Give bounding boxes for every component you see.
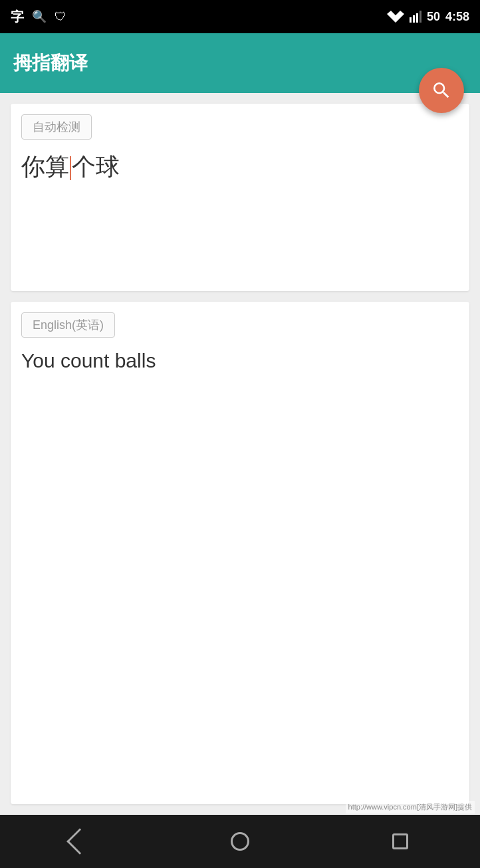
main-content: 自动检测 你算个球 English(英语) You count balls (0, 93, 480, 815)
char-icon: 字 (11, 8, 24, 26)
source-text-part1: 你算 (21, 153, 69, 180)
source-translation-card: 自动检测 你算个球 (11, 104, 469, 291)
nav-home-button[interactable] (220, 821, 260, 861)
svg-rect-3 (416, 13, 418, 23)
app-title: 拇指翻译 (13, 51, 88, 76)
search-fab-button[interactable] (419, 68, 464, 113)
back-icon (67, 828, 94, 855)
watermark: http://www.vipcn.com[清风手游网]提供 (346, 801, 475, 814)
source-text-area[interactable]: 你算个球 (21, 148, 459, 280)
home-icon (231, 832, 249, 851)
search-fab-icon (431, 80, 452, 101)
time-display: 4:58 (445, 10, 469, 24)
svg-rect-1 (410, 17, 412, 23)
result-lang-tag[interactable]: English(英语) (21, 312, 115, 338)
nav-back-button[interactable] (60, 821, 100, 861)
svg-rect-2 (413, 15, 415, 23)
source-text-part2: 个球 (72, 153, 120, 180)
wifi-icon (387, 11, 404, 23)
app-bar: 拇指翻译 (0, 33, 480, 93)
text-cursor (70, 156, 71, 180)
status-bar: 字 🔍 🛡 50 4:58 (0, 0, 480, 33)
result-translation-card: English(英语) You count balls (11, 302, 469, 804)
recents-icon (392, 833, 408, 849)
source-lang-tag[interactable]: 自动检测 (21, 114, 92, 140)
svg-marker-0 (387, 11, 404, 23)
search-status-icon: 🔍 (32, 9, 47, 24)
result-text-area: You count balls (21, 346, 459, 479)
status-bar-right: 50 4:58 (387, 10, 469, 24)
svg-rect-4 (420, 11, 421, 23)
battery-icon: 50 (427, 10, 440, 24)
signal-icon (410, 11, 421, 23)
bottom-nav (0, 815, 480, 868)
shield-status-icon: 🛡 (55, 10, 66, 24)
nav-recents-button[interactable] (380, 821, 420, 861)
status-bar-left: 字 🔍 🛡 (11, 8, 66, 26)
